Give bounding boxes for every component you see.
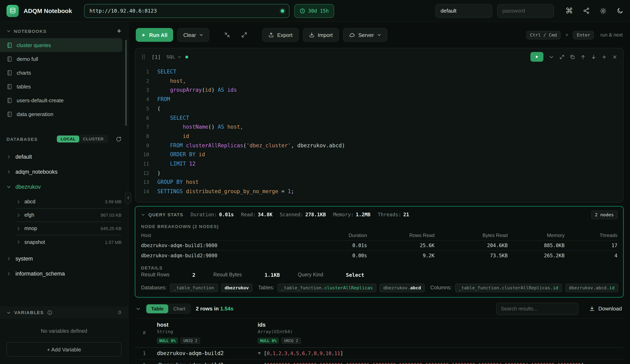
notebooks-title: NOTEBOOKS	[14, 29, 47, 33]
sidebar-item-database[interactable]: default	[0, 149, 128, 164]
entity-tag[interactable]: dbezrukov.abcd	[380, 284, 424, 292]
chevron-right-icon	[16, 226, 21, 231]
sidebar-scrollbar[interactable]	[125, 40, 127, 126]
results-collapse-chevron-icon[interactable]	[136, 306, 141, 311]
sidebar-item-notebook[interactable]: users-default-create	[0, 93, 128, 107]
settings-gear-icon[interactable]	[600, 7, 607, 14]
share-icon[interactable]	[583, 7, 590, 14]
sidebar-item-notebook[interactable]: tables	[0, 80, 128, 93]
chevron-down-icon	[178, 55, 181, 59]
drag-handle-icon[interactable]	[141, 54, 146, 60]
notebook-label: users-default-create	[17, 97, 64, 103]
move-cell-down-icon[interactable]	[591, 54, 596, 59]
sql-editor[interactable]: 1SELECT2 host,3 groupArray(id) AS ids4FR…	[135, 65, 623, 202]
entity-tag[interactable]: _table_function.clusterAllReplicas.id	[455, 284, 562, 292]
table-name: abcd	[24, 199, 35, 204]
refresh-databases-icon[interactable]	[116, 136, 122, 142]
code-token	[157, 115, 170, 121]
collapse-array-icon[interactable]	[258, 352, 261, 355]
code-token: hostName	[183, 124, 208, 130]
move-cell-up-icon[interactable]	[580, 54, 586, 59]
array-separator: ,	[317, 362, 320, 364]
password-input[interactable]	[497, 4, 554, 18]
entity-tag[interactable]: dbezrukov	[221, 284, 252, 292]
duplicate-cell-icon[interactable]	[570, 54, 575, 59]
array-value: 10000004	[504, 362, 528, 364]
server-uptime-badge[interactable]: 30d 15h	[294, 4, 334, 18]
expand-all-cells-icon[interactable]	[238, 28, 251, 41]
column-name[interactable]: ids	[258, 322, 624, 328]
entity-tag[interactable]: dbezrukov.abcd.id	[565, 284, 618, 292]
add-notebook-icon[interactable]: +	[117, 28, 122, 34]
code-token: host	[186, 179, 199, 185]
table-row[interactable]: 2dbezrukov-adqm-build1[10000000, 1000000…	[135, 360, 624, 364]
column-name[interactable]: host	[157, 322, 258, 328]
sidebar-item-table[interactable]: snapshot1.57 MB	[16, 235, 122, 249]
sidebar-item-table[interactable]: efgh867.03 KB	[16, 208, 122, 222]
add-cell-icon[interactable]	[602, 54, 607, 59]
code-token: SELECT	[157, 69, 176, 75]
line-number: 12	[135, 169, 149, 178]
notebook-icon	[6, 111, 12, 117]
toggle-cluster[interactable]: CLUSTER	[80, 136, 107, 143]
toggle-local[interactable]: LOCAL	[57, 136, 80, 143]
sidebar-item-database[interactable]: system	[0, 251, 128, 266]
sidebar-item-database[interactable]: dbezrukov	[0, 179, 128, 194]
code-text: LIMIT 12	[157, 160, 196, 169]
cell-fullscreen-icon[interactable]	[559, 54, 564, 59]
username-input[interactable]	[435, 4, 492, 18]
delete-cell-icon[interactable]	[612, 54, 618, 59]
table-row[interactable]: 1dbezrukov-adqm-build2[0, 1, 2, 3, 4, 5,…	[135, 348, 624, 360]
export-button[interactable]: Export	[262, 28, 298, 42]
sidebar-item-notebook[interactable]: charts	[0, 66, 128, 80]
sidebar-item-notebook[interactable]: cluster queries	[0, 38, 122, 52]
cell-collapse-chevron-icon[interactable]	[549, 54, 554, 59]
notebook-icon	[6, 83, 12, 89]
sidebar-item-table[interactable]: abcd3.99 MB	[16, 195, 122, 208]
code-token: , dbezrukov.abcd)	[291, 142, 345, 148]
search-results-input[interactable]	[496, 303, 578, 315]
cell-language-selector[interactable]: SQL	[166, 54, 188, 59]
tab-chart[interactable]: Chart	[168, 304, 190, 313]
entity-tag[interactable]: _table_function	[170, 284, 218, 292]
variables-header[interactable]: VARIABLES 0	[0, 306, 128, 319]
entity-tag[interactable]: _table_function.clusterAllReplicas	[278, 284, 376, 292]
detail-value: 1.1KB	[264, 272, 280, 278]
code-token	[224, 87, 228, 93]
code-token	[157, 87, 170, 93]
run-cell-button[interactable]	[530, 52, 544, 62]
code-line: 5(	[135, 104, 623, 113]
server-url-input[interactable]	[90, 8, 281, 14]
sidebar-item-notebook[interactable]: demo full	[0, 52, 128, 66]
sidebar-item-database[interactable]: adqm_notebooks	[0, 164, 128, 179]
theme-moon-icon[interactable]	[616, 7, 624, 14]
run-all-button[interactable]: Run All	[136, 28, 173, 42]
row-number: 2	[135, 362, 154, 364]
collapse-all-cells-icon[interactable]	[221, 28, 234, 41]
code-token: host,	[227, 124, 243, 130]
sidebar-item-database[interactable]: information_schema	[0, 266, 128, 281]
sidebar-collapse-handle[interactable]	[125, 191, 131, 204]
tab-table[interactable]: Table	[146, 304, 168, 313]
import-button[interactable]: Import	[302, 28, 339, 42]
detail-label: Query Kind	[298, 272, 323, 278]
ids-value: [10000000, 10000000, 10000001, 10000001,…	[258, 362, 624, 364]
results-table-body: 1dbezrukov-adqm-build2[0, 1, 2, 3, 4, 5,…	[135, 348, 624, 364]
clear-dropdown-button[interactable]: Clear	[177, 28, 209, 42]
download-button[interactable]: Download	[589, 306, 622, 312]
chevron-down-icon[interactable]	[6, 29, 11, 33]
code-line: 10 ORDER BY id	[135, 150, 623, 160]
chevron-left-icon	[126, 196, 130, 199]
notebook-icon	[6, 42, 12, 48]
array-separator: ,	[343, 362, 346, 364]
sidebar-item-notebook[interactable]: data generation	[0, 107, 128, 121]
add-variable-button[interactable]: + Add Variable	[6, 342, 122, 357]
shortcuts-command-icon[interactable]: ⌘	[565, 7, 573, 15]
chevron-down-icon	[141, 213, 145, 217]
query-stats-toggle[interactable]: QUERY STATS	[141, 212, 183, 217]
entity-tag-part: dbezrukov	[224, 285, 249, 291]
main-content: Run All Clear Export Import Se	[128, 22, 630, 364]
server-dropdown-button[interactable]: Server	[343, 28, 387, 42]
sidebar-item-table[interactable]: mnop645.25 KB	[16, 222, 122, 235]
run-all-label: Run All	[149, 32, 168, 38]
